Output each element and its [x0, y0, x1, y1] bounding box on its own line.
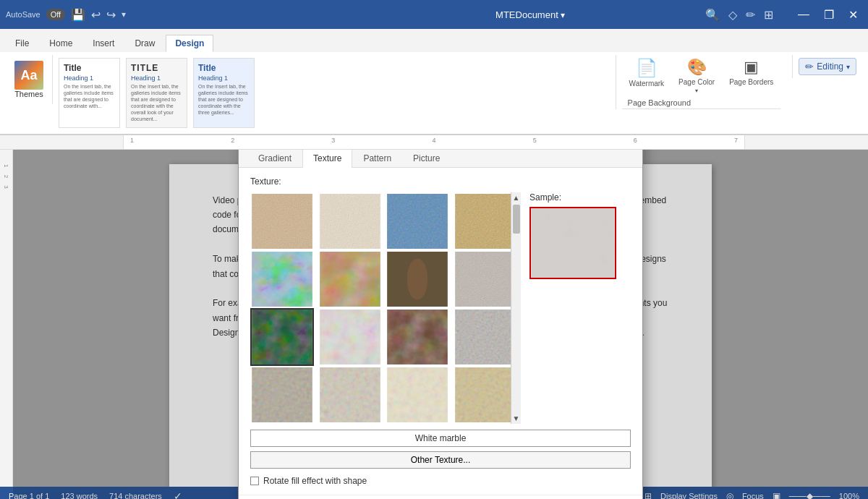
save-icon[interactable]: 💾: [71, 8, 85, 22]
texture-item-4[interactable]: [454, 192, 517, 250]
arrange-icon[interactable]: ⊞: [764, 8, 773, 22]
thumb2-text: On the Insert tab, the galleries include…: [131, 83, 182, 123]
thumb1-heading: Heading 1: [64, 74, 115, 82]
tab-file[interactable]: File: [6, 35, 38, 52]
svg-rect-2: [252, 194, 312, 249]
autosave-toggle[interactable]: Off: [46, 9, 65, 20]
svg-rect-4: [320, 194, 380, 249]
sample-label: Sample:: [529, 192, 631, 202]
scroll-thumb[interactable]: [513, 205, 520, 234]
svg-rect-29: [252, 367, 312, 422]
texture-item-6[interactable]: [318, 250, 382, 308]
svg-rect-7: [387, 194, 448, 249]
minimize-button[interactable]: —: [793, 8, 814, 22]
close-button[interactable]: ✕: [844, 8, 862, 22]
ribbon-tabs: File Home Insert Draw Design: [0, 29, 868, 52]
dialog-overlay: Fill Effects ? ✕ Gradient Texture Patter…: [13, 150, 868, 499]
texture-item-11[interactable]: [386, 308, 449, 366]
diamond-icon[interactable]: ◇: [728, 8, 737, 22]
other-texture-button[interactable]: Other Texture...: [250, 451, 631, 469]
texture-item-3[interactable]: [386, 192, 449, 250]
autosave-label: AutoSave: [6, 10, 41, 19]
style-thumb-1[interactable]: Title Heading 1 On the Insert tab, the g…: [59, 58, 120, 128]
rotate-checkbox[interactable]: [250, 477, 259, 485]
texture-item-8[interactable]: [454, 250, 517, 308]
page-color-dropdown[interactable]: ▾: [695, 88, 698, 94]
dialog-footer: → OK Cancel: [239, 495, 642, 499]
tab-design[interactable]: Design: [166, 35, 213, 52]
dialog-body: Texture:: [239, 168, 642, 495]
style-thumb-2[interactable]: TITLE Heading 1 On the Insert tab, the g…: [126, 58, 187, 128]
texture-item-13[interactable]: [250, 366, 314, 424]
page-borders-label: Page Borders: [729, 78, 773, 86]
ruler-mark-2: 2: [231, 137, 234, 144]
autosave-off-label: Off: [51, 10, 61, 19]
title-bar-center: MTEDocument ▾: [356, 9, 706, 20]
page-background-section-label: Page Background: [622, 97, 781, 109]
texture-grid-wrapper: ▲ ▼: [250, 192, 521, 424]
thumb3-title: Title: [198, 63, 250, 73]
rotate-checkbox-row: Rotate fill effect with shape: [250, 476, 631, 486]
editor-container: 1 2 3 Video provides a powerful way to h…: [0, 150, 868, 499]
texture-item-15[interactable]: [386, 366, 449, 424]
restore-button[interactable]: ❐: [820, 8, 838, 22]
editing-button[interactable]: ✏ Editing ▾: [799, 58, 856, 75]
editor-area[interactable]: Video provides a powerful way to help yo…: [13, 150, 868, 499]
watermark-group[interactable]: 📄 Watermark: [622, 55, 672, 97]
quick-access-icon[interactable]: ▾: [122, 9, 126, 20]
texture-item-2[interactable]: [318, 192, 382, 250]
tab-home[interactable]: Home: [40, 35, 82, 52]
texture-item-10[interactable]: [318, 308, 382, 366]
scroll-up-arrow[interactable]: ▲: [513, 194, 520, 202]
pen-icon[interactable]: ✏: [746, 8, 755, 22]
undo-icon[interactable]: ↩: [91, 8, 101, 22]
svg-rect-21: [252, 310, 312, 364]
ribbon-right-section: 📄 Watermark 🎨 Page Color ▾ ▣ Page Border…: [616, 55, 781, 109]
themes-icon: Aa: [14, 61, 43, 90]
texture-item-12[interactable]: [454, 308, 517, 366]
title-bar-left: AutoSave Off 💾 ↩ ↪ ▾: [6, 8, 356, 22]
ribbon: File Home Insert Draw Design Aa Themes T…: [0, 29, 868, 135]
tab-picture[interactable]: Picture: [402, 150, 451, 168]
ruler-mark-3: 3: [331, 137, 335, 144]
svg-rect-13: [320, 252, 380, 307]
texture-item-16[interactable]: [454, 366, 517, 424]
page-color-group[interactable]: 🎨 Page Color ▾: [671, 55, 722, 97]
texture-scrollbar[interactable]: ▲ ▼: [511, 192, 521, 424]
editing-dropdown-icon[interactable]: ▾: [846, 63, 850, 71]
texture-item-9[interactable]: [250, 308, 314, 366]
svg-rect-35: [455, 367, 516, 422]
tab-pattern[interactable]: Pattern: [352, 150, 402, 168]
svg-rect-23: [320, 310, 380, 364]
svg-rect-27: [455, 310, 516, 364]
svg-rect-25: [387, 310, 448, 364]
texture-item-7[interactable]: [386, 250, 449, 308]
texture-item-1[interactable]: [250, 192, 314, 250]
tab-texture[interactable]: Texture: [302, 150, 352, 168]
editing-group: ✏ Editing ▾: [792, 55, 862, 78]
thumb3-heading: Heading 1: [198, 74, 250, 82]
thumb1-text: On the Insert tab, the galleries include…: [64, 83, 115, 109]
dialog-tabs: Gradient Texture Pattern Picture: [239, 150, 642, 168]
style-thumb-3[interactable]: Title Heading 1 On the Insert tab, the g…: [193, 58, 255, 128]
scroll-down-arrow[interactable]: ▼: [513, 414, 520, 422]
ruler-mark-4: 4: [432, 137, 435, 144]
tab-draw[interactable]: Draw: [125, 35, 164, 52]
tab-insert[interactable]: Insert: [83, 35, 124, 52]
texture-item-14[interactable]: [318, 366, 382, 424]
ruler-mark-5: 5: [533, 137, 537, 144]
thumb2-heading: Heading 1: [131, 74, 182, 82]
tab-gradient[interactable]: Gradient: [247, 150, 302, 168]
themes-button[interactable]: Aa Themes: [12, 58, 46, 101]
texture-item-5[interactable]: [250, 250, 314, 308]
ruler-mark-6: 6: [634, 137, 637, 144]
page-borders-group[interactable]: ▣ Page Borders: [722, 55, 780, 97]
themes-label: Themes: [14, 90, 43, 98]
editing-label: Editing: [817, 61, 843, 72]
search-icon[interactable]: 🔍: [705, 8, 720, 22]
redo-icon[interactable]: ↪: [106, 8, 116, 22]
thumb2-title: TITLE: [131, 63, 182, 73]
svg-rect-9: [455, 194, 516, 249]
texture-section-label: Texture:: [250, 176, 631, 187]
title-dropdown-icon[interactable]: ▾: [561, 10, 565, 20]
